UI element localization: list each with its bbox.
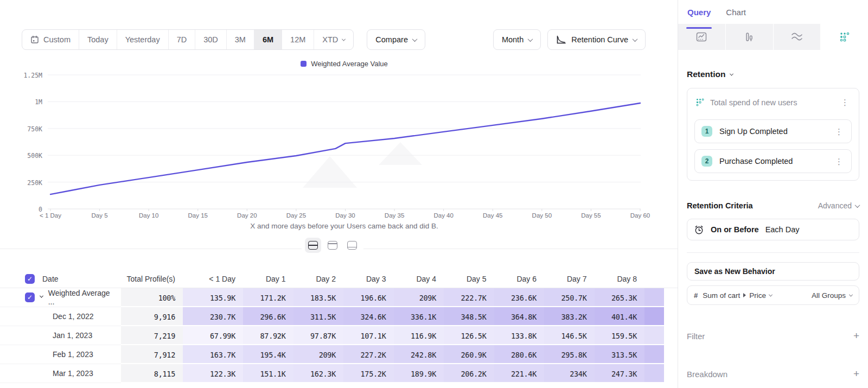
view-toggle-bottom[interactable] xyxy=(344,238,360,253)
date-range-label: 30D xyxy=(203,35,218,44)
retention-value-cell[interactable]: 227.2K xyxy=(343,345,394,364)
retention-value-cell[interactable]: 206.2K xyxy=(444,364,494,383)
add-filter-row[interactable]: Filter + xyxy=(687,330,859,342)
column-header-2: < 1 Day xyxy=(183,270,243,288)
panel-tab-query[interactable]: Query xyxy=(687,8,711,24)
report-tab-funnels[interactable] xyxy=(726,24,774,50)
view-toggle-top[interactable] xyxy=(324,238,341,253)
granularity-dropdown[interactable]: Month xyxy=(493,29,541,50)
row-label-cell[interactable]: Feb 1, 2023 xyxy=(0,345,121,364)
date-range-30d[interactable]: 30D xyxy=(195,30,227,49)
y-tick-label: 0 xyxy=(14,206,42,213)
kebab-menu-icon[interactable]: ⋮ xyxy=(833,157,845,166)
retention-value-cell[interactable]: 401.4K xyxy=(595,307,645,326)
retention-value-cell[interactable]: 87.92K xyxy=(243,326,293,345)
header-checkbox[interactable]: ✓ xyxy=(25,274,35,284)
retention-value-cell[interactable]: 260.9K xyxy=(444,345,494,364)
row-date-label: Feb 1, 2023 xyxy=(53,350,93,359)
row-label-cell[interactable]: Dec 1, 2022 xyxy=(0,307,121,326)
retention-value-cell[interactable]: 234K xyxy=(544,364,595,383)
chart-type-dropdown[interactable]: Retention Curve xyxy=(547,29,646,50)
retention-value-cell[interactable]: 222.7K xyxy=(444,288,494,307)
date-range-7d[interactable]: 7D xyxy=(169,30,196,49)
group-dropdown[interactable]: All Groups xyxy=(812,291,852,300)
retention-value-cell[interactable]: 189.9K xyxy=(394,364,444,383)
column-header-7: Day 5 xyxy=(444,270,494,288)
retention-value-cell[interactable]: 209K xyxy=(293,345,344,364)
report-tab-flows[interactable] xyxy=(774,24,821,50)
report-tab-retention[interactable] xyxy=(821,24,868,50)
date-range-xtd[interactable]: XTD xyxy=(314,30,353,49)
retention-value-cell[interactable]: 126.5K xyxy=(444,326,494,345)
behavior-step[interactable]: 1Sign Up Completed⋮ xyxy=(694,119,852,143)
kebab-menu-icon[interactable]: ⋮ xyxy=(839,98,851,106)
measure-event: Sum of cart xyxy=(703,291,740,300)
add-breakdown-row[interactable]: Breakdown + xyxy=(687,368,859,380)
retention-value-cell[interactable]: 209K xyxy=(394,288,444,307)
row-label-cell[interactable]: Jan 1, 2023 xyxy=(0,326,121,345)
date-range-yesterday[interactable]: Yesterday xyxy=(117,30,169,49)
retention-value-cell[interactable]: 295.8K xyxy=(544,345,595,364)
row-label-cell[interactable]: ✓Weighted Average ... xyxy=(0,288,121,307)
retention-value-cell[interactable]: 183.5K xyxy=(293,288,344,307)
retention-value-cell[interactable]: 324.6K xyxy=(343,307,394,326)
retention-value-cell[interactable]: 242.8K xyxy=(394,345,444,364)
view-toggle-split[interactable] xyxy=(305,238,321,253)
retention-value-cell[interactable]: 250.7K xyxy=(544,288,595,307)
retention-value-cell[interactable]: 67.99K xyxy=(183,326,243,345)
retention-value-cell[interactable]: 159.5K xyxy=(595,326,645,345)
retention-value-cell[interactable]: 133.8K xyxy=(494,326,545,345)
retention-value-cell[interactable]: 175.2K xyxy=(343,364,394,383)
column-header-0[interactable]: ✓Date xyxy=(0,270,121,288)
retention-value-cell[interactable]: 280.6K xyxy=(494,345,545,364)
retention-value-cell[interactable]: 195.4K xyxy=(243,345,293,364)
retention-value-cell[interactable]: 236.6K xyxy=(494,288,545,307)
retention-line-chart[interactable] xyxy=(47,71,642,213)
criteria-condition[interactable]: On or Before Each Day xyxy=(687,219,859,240)
chevron-down-icon xyxy=(528,36,533,42)
retention-value-cell[interactable]: 247.3K xyxy=(595,364,645,383)
retention-value-cell[interactable]: 313.5K xyxy=(595,345,645,364)
retention-value-cell[interactable]: 163.7K xyxy=(183,345,243,364)
date-range-today[interactable]: Today xyxy=(79,30,117,49)
date-range-12m[interactable]: 12M xyxy=(282,30,314,49)
retention-value-cell[interactable]: 122.3K xyxy=(183,364,243,383)
row-label-cell[interactable]: Mar 1, 2023 xyxy=(0,364,121,383)
retention-value-cell[interactable]: 162.3K xyxy=(293,364,344,383)
retention-value-cell[interactable]: 107.1K xyxy=(343,326,394,345)
retention-value-cell[interactable]: 336.1K xyxy=(394,307,444,326)
retention-value-cell[interactable]: 348.5K xyxy=(444,307,494,326)
chart-legend: Weighted Average Value xyxy=(48,60,641,68)
x-tick-label: Day 35 xyxy=(385,212,404,219)
retention-value-cell[interactable]: 221.4K xyxy=(494,364,545,383)
retention-value-cell[interactable]: 97.87K xyxy=(293,326,344,345)
chevron-down-icon xyxy=(849,292,853,296)
date-range-6m[interactable]: 6M xyxy=(254,30,282,49)
behavior-step[interactable]: 2Purchase Completed⋮ xyxy=(694,149,852,173)
retention-value-cell[interactable]: 364.8K xyxy=(494,307,545,326)
retention-value-cell[interactable]: 135.9K xyxy=(183,288,243,307)
retention-value-cell[interactable]: 116.9K xyxy=(394,326,444,345)
measure-property-dropdown[interactable]: Sum of cart Price xyxy=(703,291,772,300)
retention-value-cell[interactable]: 151.1K xyxy=(243,364,293,383)
query-panel: QueryChart Retention Total spend of new … xyxy=(678,0,868,388)
retention-value-cell[interactable]: 383.2K xyxy=(544,307,595,326)
retention-value-cell[interactable]: 296.6K xyxy=(243,307,293,326)
date-range-3m[interactable]: 3M xyxy=(227,30,254,49)
retention-value-cell[interactable]: 311.5K xyxy=(293,307,344,326)
retention-value-cell[interactable]: 146.5K xyxy=(544,326,595,345)
save-as-new-behavior-button[interactable]: Save as New Behavior xyxy=(687,262,859,281)
criteria-mode-dropdown[interactable]: Advanced xyxy=(818,201,859,210)
row-checkbox[interactable]: ✓ xyxy=(25,292,35,302)
kebab-menu-icon[interactable]: ⋮ xyxy=(833,128,845,136)
panel-tab-chart[interactable]: Chart xyxy=(726,8,746,24)
retention-value-cell[interactable]: 265.3K xyxy=(595,288,645,307)
compare-button[interactable]: Compare xyxy=(367,29,425,50)
clock-icon xyxy=(694,225,704,235)
retention-value-cell[interactable]: 196.6K xyxy=(343,288,394,307)
chevron-down-icon[interactable] xyxy=(40,294,43,298)
retention-value-cell[interactable]: 230.7K xyxy=(183,307,243,326)
date-range-custom[interactable]: Custom xyxy=(22,30,79,49)
retention-value-cell[interactable]: 171.2K xyxy=(243,288,293,307)
retention-section-header[interactable]: Retention xyxy=(687,69,859,79)
